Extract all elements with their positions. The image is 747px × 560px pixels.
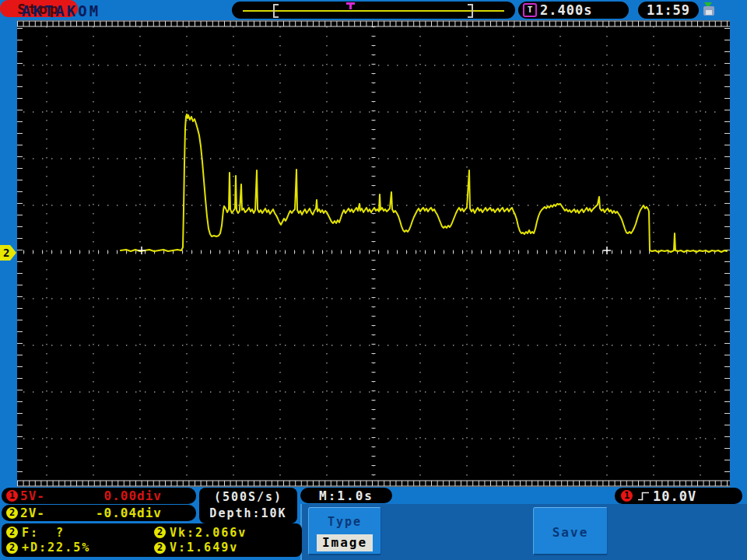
meas-ch-badge: 2 bbox=[6, 527, 18, 538]
top-status-bar: AKTAKOM Stop T 2.400s 11:59 bbox=[0, 0, 747, 20]
ch1-offset: 0.00div bbox=[104, 488, 191, 503]
ch1-scale: 5V- bbox=[20, 488, 45, 503]
record-line bbox=[243, 10, 504, 12]
measurement-duty: 2 +D:22.5% bbox=[6, 541, 154, 556]
trigger-level-value: 10.0V bbox=[653, 488, 696, 504]
graticule-grid bbox=[17, 21, 730, 486]
ch2-info-pill: 2 2V- -0.04div bbox=[2, 505, 196, 521]
trigger-info-pill: 1 10.0V bbox=[615, 488, 742, 504]
ch2-offset: -0.04div bbox=[96, 506, 191, 520]
record-position-bar bbox=[232, 2, 515, 19]
softkey-menu: Type Image Save bbox=[300, 504, 747, 560]
meas-ch-badge: 2 bbox=[154, 542, 166, 554]
acquisition-pill: (500S/s) Depth:10K bbox=[199, 488, 297, 523]
rising-edge-icon bbox=[637, 490, 650, 502]
trigger-t-icon: T bbox=[523, 3, 537, 17]
waveform-display bbox=[17, 20, 730, 487]
ch1-info-pill: 1 5V- 0.00div bbox=[2, 488, 196, 504]
timebase-pill: M:1.0s bbox=[300, 488, 392, 503]
clock-value: 11:59 bbox=[647, 2, 690, 18]
brand-label: AKTAKOM bbox=[22, 2, 100, 19]
trigger-position-marker-icon bbox=[346, 2, 355, 9]
type-selected-value[interactable]: Image bbox=[317, 534, 373, 551]
save-button-label: Save bbox=[534, 525, 607, 540]
trigger-time-badge: T 2.400s bbox=[518, 2, 629, 19]
save-button[interactable]: Save bbox=[533, 507, 608, 555]
view-window-left-bracket bbox=[273, 4, 279, 18]
measurement-v: 2 V:1.649v bbox=[154, 541, 302, 556]
storage-disk-icon bbox=[703, 4, 716, 16]
bottom-panel: 1 5V- 0.00div 2 2V- -0.04div (500S/s) De… bbox=[0, 487, 747, 560]
type-button[interactable]: Type Image bbox=[308, 507, 381, 555]
trigger-time-value: 2.400s bbox=[540, 2, 592, 18]
ch2-scale: 2V- bbox=[20, 506, 45, 520]
measurement-panel: 2 F: ? 2 Vk:2.066v 2 +D:22.5% 2 V:1.649v bbox=[2, 523, 302, 557]
ch2-waveform-trace bbox=[121, 114, 727, 252]
view-window-right-bracket bbox=[468, 4, 473, 18]
graticule-svg bbox=[17, 20, 730, 487]
measurement-vk: 2 Vk:2.066v bbox=[154, 525, 302, 541]
measurement-frequency: 2 F: ? bbox=[6, 525, 154, 541]
oscilloscope-screen: AKTAKOM Stop T 2.400s 11:59 bbox=[0, 0, 747, 560]
ch2-badge: 2 bbox=[6, 507, 18, 519]
meas-ch-badge: 2 bbox=[6, 542, 18, 554]
ch2-zero-marker: 2 bbox=[0, 245, 16, 261]
clock-badge: 11:59 bbox=[638, 2, 699, 19]
ch1-badge: 1 bbox=[6, 490, 18, 502]
meas-ch-badge: 2 bbox=[154, 527, 166, 538]
memory-depth: Depth:10K bbox=[209, 506, 286, 522]
sample-rate: (500S/s) bbox=[214, 489, 282, 506]
trigger-channel-badge: 1 bbox=[621, 490, 633, 502]
timebase-value: M:1.0s bbox=[319, 488, 374, 503]
type-button-label: Type bbox=[309, 515, 381, 529]
